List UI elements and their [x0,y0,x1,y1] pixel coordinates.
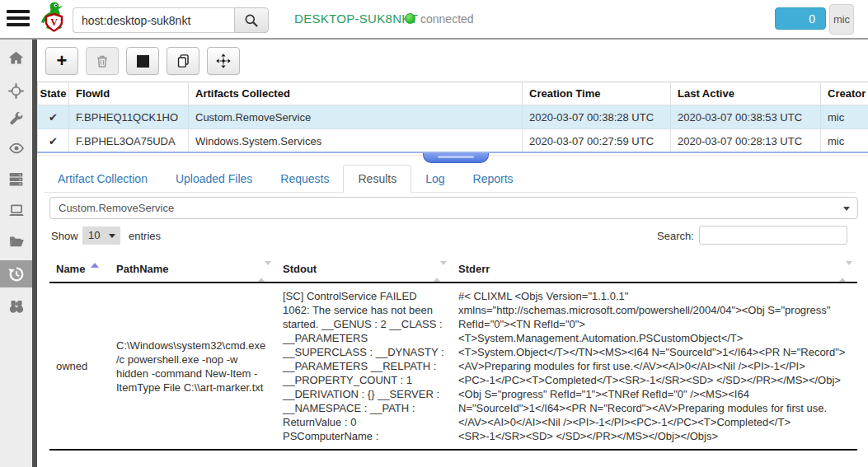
delete-flow-button[interactable] [86,47,119,75]
tab-reports[interactable]: Reports [459,166,528,192]
results-header-row: Name PathName Stdout Stderr [49,256,857,283]
results-search-label: Search: [657,230,694,242]
splitter-grip-icon [438,156,474,158]
client-hostname: DESKTOP-SUK8NKT [294,12,418,26]
flow-state-check-icon: ✔ [38,129,69,153]
flow-creation-time: 2020-03-07 00:38:28 UTC [523,105,671,129]
flow-artifacts: Custom.RemoveService [189,105,523,129]
sidebar-item-host-information[interactable] [0,197,32,224]
history-icon [7,265,26,283]
tab-requests[interactable]: Requests [266,166,343,192]
sidebar-item-hunt-manager[interactable] [0,106,32,133]
flows-col-flowid: FlowId [69,82,189,105]
flows-col-creator: Creator [821,82,868,105]
dropdown-caret-icon [109,234,115,238]
new-collection-button[interactable]: + [45,47,78,75]
flows-col-artifacts: Artifacts Collected [189,82,523,105]
stop-flow-button[interactable] [126,47,159,75]
crosshair-target-icon [215,53,232,69]
flows-col-creation-time: Creation Time [523,82,671,105]
home-icon [7,49,25,67]
notification-count-button[interactable]: 0 [775,7,826,30]
tab-artifact-collection[interactable]: Artifact Collection [44,166,162,192]
sidebar-item-hunts[interactable] [0,293,32,320]
flows-table: State FlowId Artifacts Collected Creatio… [37,82,868,153]
page-size-select[interactable]: 10 [82,226,120,245]
flow-row[interactable]: ✔ F.BPHEL3OA75UDA Windows.System.Service… [38,129,868,153]
sidebar-item-dashboard[interactable] [0,77,32,105]
entries-label: entries [129,230,161,242]
plus-icon: + [57,53,68,69]
sort-asc-icon [91,263,99,268]
artifact-select-value: Custom.RemoveService [59,202,174,214]
results-col-stderr-label: Stderr [458,263,490,275]
eye-icon [7,140,26,156]
results-table: Name PathName Stdout Stderr owned C:\Win… [49,256,857,451]
connected-dot-icon [405,13,415,24]
search-button[interactable] [234,7,269,33]
results-col-pathname[interactable]: PathName [110,256,276,283]
show-label: Show [51,230,78,242]
flow-state-check-icon: ✔ [38,105,69,129]
crosshairs-icon [7,82,25,100]
sort-both-icon [258,265,271,278]
flow-last-active: 2020-03-07 00:38:53 UTC [671,105,821,129]
sort-both-icon [434,265,447,278]
velociraptor-logo-icon: V [36,1,71,39]
client-search-group [73,7,269,33]
result-name: owned [49,283,110,450]
flow-id: F.BPHEL3OA75UDA [69,129,189,153]
sidebar-item-home[interactable] [0,44,32,72]
flow-id: F.BPHEQ11QCK1HO [69,105,189,129]
flow-row-selected[interactable]: ✔ F.BPHEQ11QCK1HO Custom.RemoveService 2… [38,105,868,129]
client-search-input[interactable] [73,7,234,33]
flow-artifacts: Windows.System.Services [189,129,523,153]
user-menu-button[interactable]: mic [829,4,854,35]
sidebar-item-collected-artifacts[interactable] [0,260,32,287]
flow-creation-time: 2020-03-07 00:27:59 UTC [523,129,671,153]
result-stdout: [SC] ControlService FAILED 1062: The ser… [276,283,452,450]
hamburger-menu-icon[interactable] [7,10,30,30]
connection-status: connected [420,12,474,26]
flows-col-last-active: Last Active [671,82,821,105]
splitter-drag-handle[interactable] [423,153,489,163]
result-stderr: #< CLIXML <Objs Version="1.1.0.1" xmlns=… [452,283,857,450]
results-col-name[interactable]: Name [49,256,110,283]
flows-toolbar: + [45,47,240,75]
dropdown-caret-icon [843,207,850,211]
wrench-icon [7,111,25,128]
svg-text:V: V [50,16,58,28]
folder-open-icon [7,233,26,250]
result-pathname: C:\Windows\system32\cmd.exe /c powershel… [110,283,276,450]
sidebar-item-view-artifacts[interactable] [0,134,32,161]
top-bar: V DESKTOP-SUK8NKT connected 0 mic [0,0,868,40]
sort-both-icon [839,265,852,278]
results-col-stderr[interactable]: Stderr [452,256,857,283]
copy-flow-button[interactable] [167,47,199,75]
details-tabs: Artifact Collection Uploaded Files Reque… [44,165,856,193]
flow-last-active: 2020-03-07 00:28:13 UTC [671,129,821,153]
results-col-pathname-label: PathName [116,263,169,275]
binoculars-icon [7,298,26,315]
trash-icon [95,54,110,69]
results-col-stdout-label: Stdout [283,263,317,275]
search-icon [243,12,260,29]
flow-creator: mic [821,129,868,153]
velociraptor-logo: V [36,1,71,42]
stop-icon [137,55,149,68]
tab-results[interactable]: Results [343,165,411,193]
results-col-stdout[interactable]: Stdout [276,256,452,283]
flows-header-row: State FlowId Artifacts Collected Creatio… [38,82,868,105]
sidebar-item-server-events[interactable] [0,166,32,193]
copy-icon [176,53,191,69]
sidebar-item-virtual-filesystem[interactable] [0,227,32,255]
laptop-icon [7,202,26,219]
page-size-value: 10 [88,229,100,241]
results-search-input[interactable] [699,226,847,245]
flow-creator: mic [821,105,868,129]
goto-flow-button[interactable] [207,47,240,75]
results-row: owned C:\Windows\system32\cmd.exe /c pow… [49,283,857,450]
tab-log[interactable]: Log [411,166,458,192]
artifact-select[interactable]: Custom.RemoveService [49,197,858,219]
tab-uploaded-files[interactable]: Uploaded Files [162,166,266,192]
